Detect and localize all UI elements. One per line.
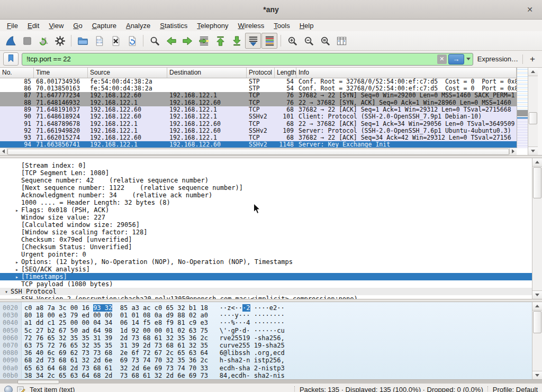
hex-row-0050[interactable]: 00505c 27 b2 67 50 ad 64 98 1d 92 00 00 …	[0, 327, 542, 334]
go-to-packet-button[interactable]	[196, 33, 212, 49]
packet-row-91[interactable]: 9171.648789678192.168.122.1192.168.122.6…	[0, 121, 517, 127]
scroll-down-button[interactable]	[528, 147, 538, 155]
menu-view[interactable]: View	[44, 21, 68, 31]
scroll-right-button[interactable]	[509, 148, 517, 154]
detail-line[interactable]: ▸Flags: 0x018 (PSH, ACK)	[0, 206, 542, 214]
hex-row-00a0[interactable]: 00a065 63 64 68 2d 73 68 61 32 2d 6e 69 …	[0, 364, 542, 372]
detail-line[interactable]: [Next sequence number: 1122 (relative se…	[0, 184, 542, 192]
detail-line[interactable]: Window size value: 227	[0, 214, 542, 221]
packet-row-85[interactable]: 8568.001734936fe:54:00:d4:38:2aSTP54Conf…	[0, 78, 517, 85]
packet-row-88[interactable]: 8871.648146932192.168.122.1192.168.122.6…	[0, 99, 517, 106]
collapsed-arrow-icon[interactable]: ▸	[13, 259, 21, 266]
detail-line[interactable]: [TCP Segment Len: 1080]	[0, 169, 542, 177]
details-vscrollbar[interactable]	[532, 158, 542, 299]
packet-row-92[interactable]: 9271.661949820192.168.122.1192.168.122.6…	[0, 127, 517, 134]
hex-row-00b0[interactable]: 00b038 34 2c 65 63 64 68 2d 73 68 61 32 …	[0, 372, 542, 379]
detail-line[interactable]: 1000 .... = Header Length: 32 bytes (8)	[0, 199, 542, 206]
details-vscroll-thumb[interactable]	[533, 167, 541, 198]
details-scroll-up-button[interactable]	[532, 158, 542, 167]
auto-scroll-button[interactable]	[245, 33, 261, 49]
menu-edit[interactable]: Edit	[23, 21, 44, 31]
detail-line[interactable]: TCP payload (1080 bytes)	[0, 280, 542, 288]
detail-line[interactable]: ▾SSH Protocol	[0, 288, 542, 295]
colorize-button[interactable]	[261, 33, 277, 49]
menu-analyze[interactable]: Analyze	[121, 21, 155, 31]
hex-vscroll-thumb[interactable]	[533, 311, 541, 333]
expanded-arrow-icon[interactable]: ▾	[2, 288, 11, 296]
packet-row-86[interactable]: 8670.013850163fe:54:00:d4:38:2aSTP54Conf…	[0, 85, 517, 92]
hex-hscrollbar[interactable]	[0, 379, 542, 384]
collapsed-arrow-icon[interactable]: ▸	[13, 296, 21, 299]
hscroll-thumb[interactable]	[7, 149, 509, 155]
column-header-length[interactable]: Length	[275, 68, 296, 78]
save-file-button[interactable]: 01010110	[91, 33, 107, 49]
find-packet-button[interactable]	[147, 33, 162, 49]
capture-options-button[interactable]	[52, 33, 68, 49]
status-profile[interactable]: Profile: Default	[493, 386, 538, 392]
display-filter-input[interactable]	[25, 54, 437, 63]
title-bar[interactable]: *any ✕	[0, 0, 542, 20]
zoom-in-button[interactable]	[284, 33, 300, 49]
column-header-destination[interactable]: Destination	[167, 68, 247, 78]
column-header-protocol[interactable]: Protocol	[247, 68, 275, 78]
expert-information-icon[interactable]	[4, 386, 13, 392]
close-window-button[interactable]: ✕	[525, 4, 535, 15]
apply-filter-button[interactable]: →	[448, 54, 464, 65]
stop-capture-button[interactable]	[19, 33, 35, 49]
hex-row-0030[interactable]: 003080 18 00 e3 79 ed 00 00 01 01 08 0a …	[0, 312, 542, 319]
column-header-source[interactable]: Source	[88, 68, 167, 78]
add-filter-button[interactable]: +	[526, 54, 539, 65]
collapsed-arrow-icon[interactable]: ▸	[13, 266, 21, 274]
close-file-button[interactable]	[107, 33, 123, 49]
filter-bookmark-button[interactable]	[3, 52, 19, 66]
details-scroll-down-button[interactable]	[532, 290, 542, 299]
packet-list-hscrollbar[interactable]	[0, 148, 517, 155]
column-header-no[interactable]: No.	[0, 68, 34, 78]
hex-row-0070[interactable]: 007063 75 72 76 65 32 35 35 31 39 2d 73 …	[0, 342, 542, 349]
go-forward-button[interactable]	[179, 33, 195, 49]
reload-file-button[interactable]	[124, 33, 140, 49]
column-header-info[interactable]: Info	[296, 68, 517, 78]
zoom-original-button[interactable]	[317, 33, 333, 49]
menu-wireless[interactable]: Wireless	[233, 21, 269, 31]
packet-row-90[interactable]: 9071.648618924192.168.122.60192.168.122.…	[0, 113, 517, 120]
hex-row-0040[interactable]: 0040a1 dd c1 25 00 00 04 34 06 14 f5 e8 …	[0, 319, 542, 326]
capture-comment-icon[interactable]	[17, 386, 25, 392]
menu-help[interactable]: Help	[295, 21, 319, 31]
packet-row-93[interactable]: 9371.662015274192.168.122.60192.168.122.…	[0, 134, 517, 141]
filter-history-dropdown[interactable]	[464, 54, 473, 64]
detail-line[interactable]: [Checksum Status: Unverified]	[0, 243, 542, 251]
detail-line[interactable]: Sequence number: 42 (relative sequence n…	[0, 177, 542, 184]
menu-go[interactable]: Go	[68, 21, 87, 31]
packet-row-87[interactable]: 8771.647777234192.168.122.60192.168.122.…	[0, 92, 517, 99]
restart-capture-button[interactable]	[35, 33, 51, 49]
hex-row-0090[interactable]: 009068 2d 73 68 61 32 2d 6e 69 73 74 70 …	[0, 357, 542, 364]
collapsed-arrow-icon[interactable]: ▸	[13, 207, 21, 214]
expression-button[interactable]: Expression…	[476, 55, 519, 63]
packet-row-94[interactable]: 9471.663856741192.168.122.1192.168.122.6…	[0, 141, 517, 148]
detail-line[interactable]: [Stream index: 0]	[0, 162, 542, 169]
start-capture-button[interactable]	[3, 33, 19, 49]
menu-tools[interactable]: Tools	[269, 21, 294, 31]
open-file-button[interactable]	[75, 33, 91, 49]
hex-hscroll-thumb[interactable]	[17, 380, 59, 384]
detail-line[interactable]: [Window size scaling factor: 128]	[0, 229, 542, 236]
menu-capture[interactable]: Capture	[87, 21, 121, 31]
menu-file[interactable]: File	[2, 21, 23, 31]
hex-scroll-down-button[interactable]	[532, 371, 542, 379]
hex-row-0020[interactable]: 0020c0 a8 7a 3c 00 16 93 32 85 a3 ac c0 …	[0, 304, 542, 312]
packet-list-vscrollbar[interactable]	[528, 68, 538, 155]
detail-line[interactable]: ▸SSH Version 2 (encryption:chacha20-poly…	[0, 295, 542, 299]
go-last-button[interactable]	[229, 33, 245, 49]
collapsed-arrow-icon[interactable]: ▸	[13, 274, 21, 281]
hex-vscrollbar[interactable]	[532, 302, 542, 379]
clear-filter-button[interactable]: ✕	[437, 54, 447, 64]
packet-list-minimap[interactable]	[517, 68, 528, 148]
resize-columns-button[interactable]	[333, 33, 349, 49]
column-header-time[interactable]: Time	[34, 68, 88, 78]
detail-line[interactable]: Acknowledgment number: 34 (relative ack …	[0, 192, 542, 199]
menu-statistics[interactable]: Statistics	[155, 21, 192, 31]
detail-line[interactable]: Urgent pointer: 0	[0, 251, 542, 258]
detail-line[interactable]: ▸[SEQ/ACK analysis]	[0, 266, 542, 273]
display-filter-field[interactable]: ✕ →	[22, 53, 473, 66]
